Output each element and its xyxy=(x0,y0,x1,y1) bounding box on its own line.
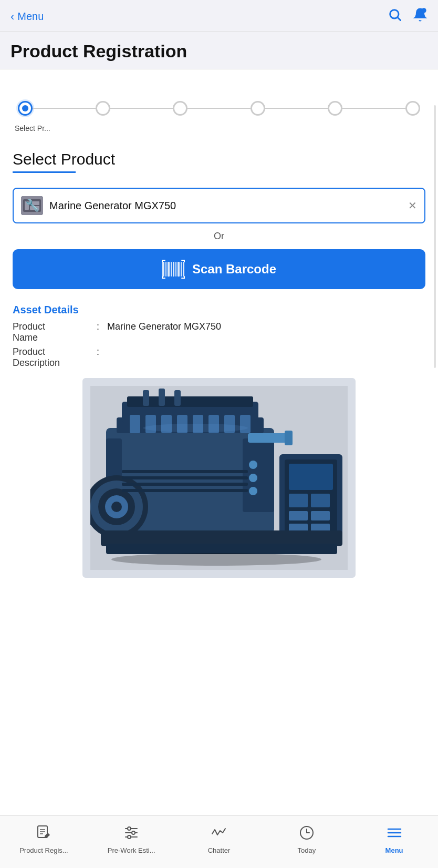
clock-icon xyxy=(298,824,315,844)
product-desc-label: ProductDescription xyxy=(13,346,97,369)
barcode-icon xyxy=(162,260,185,279)
product-name-value: Marine Generator MGX750 xyxy=(107,321,425,332)
svg-point-2 xyxy=(421,8,426,13)
step-line-4 xyxy=(265,108,328,109)
product-image xyxy=(90,386,348,570)
asset-details-title: Asset Details xyxy=(13,304,425,316)
step-indicator xyxy=(13,85,425,121)
step-3-dot xyxy=(173,101,187,116)
svg-rect-42 xyxy=(289,494,308,507)
svg-rect-56 xyxy=(122,489,248,492)
tab-prework-label: Pre-Work Esti... xyxy=(108,846,155,854)
page-title-bar: Product Registration xyxy=(0,32,438,69)
svg-point-59 xyxy=(249,474,257,482)
nav-actions xyxy=(388,7,427,26)
tab-today-label: Today xyxy=(297,846,316,854)
step-line-1 xyxy=(33,108,96,109)
tab-product-registration-label: Product Regis... xyxy=(19,846,68,854)
svg-rect-6 xyxy=(30,201,39,205)
svg-point-72 xyxy=(128,835,131,839)
chevron-left-icon: ‹ xyxy=(11,10,14,24)
tab-product-registration[interactable]: Product Regis... xyxy=(0,816,88,868)
scroll-indicator xyxy=(434,105,436,368)
product-name-colon: : xyxy=(97,321,107,332)
tab-prework-estimate[interactable]: Pre-Work Esti... xyxy=(88,816,175,868)
svg-point-70 xyxy=(128,827,131,830)
svg-rect-44 xyxy=(289,511,308,520)
svg-rect-37 xyxy=(248,433,290,443)
svg-line-1 xyxy=(398,17,400,20)
svg-rect-8 xyxy=(162,262,164,277)
step-line-3 xyxy=(187,108,251,109)
svg-rect-41 xyxy=(289,464,333,490)
svg-rect-48 xyxy=(143,390,149,406)
svg-rect-49 xyxy=(159,389,165,406)
asset-row-product-desc: ProductDescription : xyxy=(13,346,425,369)
svg-rect-5 xyxy=(25,201,29,210)
svg-point-60 xyxy=(249,487,257,495)
bottom-tab-bar: Product Regis... Pre-Work Esti... Chatte… xyxy=(0,815,438,868)
svg-point-71 xyxy=(132,831,135,834)
svg-rect-31 xyxy=(243,438,274,512)
svg-rect-13 xyxy=(175,262,176,277)
svg-point-57 xyxy=(143,424,248,432)
product-name-label: ProductName xyxy=(13,321,97,343)
activity-icon xyxy=(211,824,227,844)
svg-rect-52 xyxy=(106,544,337,554)
tab-menu[interactable]: Menu xyxy=(350,816,438,868)
search-input[interactable] xyxy=(49,200,402,212)
bell-icon[interactable] xyxy=(413,7,427,26)
step-line-5 xyxy=(342,108,405,109)
step-1-label: Select Pr... xyxy=(13,124,50,132)
svg-rect-10 xyxy=(168,262,170,277)
svg-point-36 xyxy=(111,502,122,512)
step-5-dot xyxy=(328,101,342,116)
search-icon[interactable] xyxy=(388,7,402,26)
tab-chatter[interactable]: Chatter xyxy=(175,816,263,868)
svg-rect-54 xyxy=(122,476,248,479)
main-content: Select Pr... Select Product ✕ Or xyxy=(0,69,438,816)
svg-rect-9 xyxy=(165,262,166,277)
back-label: Menu xyxy=(17,11,44,23)
svg-rect-45 xyxy=(311,511,330,520)
step-label-row: Select Pr... xyxy=(13,121,425,145)
product-desc-colon: : xyxy=(97,346,107,358)
asset-details-table: ProductName : Marine Generator MGX750 Pr… xyxy=(13,321,425,369)
product-image-container xyxy=(82,378,356,578)
svg-rect-43 xyxy=(311,494,330,507)
or-divider: Or xyxy=(13,231,425,242)
back-button[interactable]: ‹ Menu xyxy=(11,10,44,24)
svg-rect-15 xyxy=(181,262,182,277)
svg-point-61 xyxy=(111,553,321,566)
section-underline xyxy=(13,171,76,173)
svg-rect-50 xyxy=(174,390,181,406)
step-1-dot xyxy=(18,101,33,116)
tab-today[interactable]: Today xyxy=(263,816,350,868)
sliders-icon xyxy=(123,824,140,844)
step-2-dot xyxy=(96,101,110,116)
svg-rect-7 xyxy=(30,206,39,210)
svg-rect-22 xyxy=(130,415,140,433)
step-line-2 xyxy=(110,108,173,109)
tab-chatter-label: Chatter xyxy=(208,846,231,854)
product-search-input[interactable]: ✕ xyxy=(13,188,425,223)
svg-point-58 xyxy=(249,461,257,469)
tab-menu-label: Menu xyxy=(385,846,403,854)
asset-details-section: Asset Details ProductName : Marine Gener… xyxy=(13,304,425,578)
file-reg-icon xyxy=(35,824,52,844)
section-heading: Select Product xyxy=(13,145,425,168)
svg-rect-16 xyxy=(183,262,184,277)
svg-rect-55 xyxy=(122,483,248,486)
svg-rect-14 xyxy=(178,262,180,277)
svg-rect-12 xyxy=(173,262,174,277)
svg-rect-29 xyxy=(240,415,251,433)
svg-rect-53 xyxy=(122,470,248,473)
top-nav-bar: ‹ Menu xyxy=(0,0,438,32)
page-title: Product Registration xyxy=(11,41,427,62)
scan-barcode-button[interactable]: Scan Barcode xyxy=(13,249,425,289)
svg-rect-4 xyxy=(23,199,41,212)
svg-rect-38 xyxy=(285,431,293,445)
step-6-dot xyxy=(405,101,420,116)
clear-icon[interactable]: ✕ xyxy=(408,199,417,212)
svg-rect-11 xyxy=(171,262,172,277)
